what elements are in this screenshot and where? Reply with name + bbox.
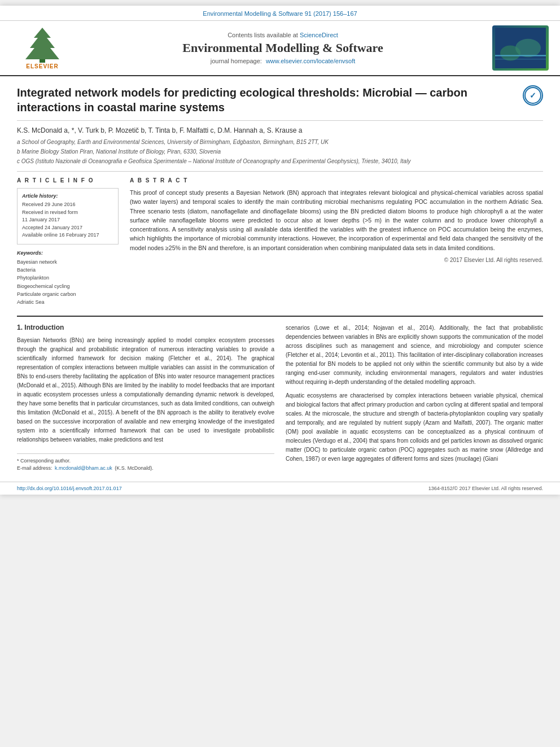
keyword-0: Bayesian network (17, 258, 119, 266)
article-info-abstract-section: A R T I C L E I N F O Article history: R… (17, 171, 543, 307)
abstract-header: A B S T R A C T (130, 177, 543, 184)
abstract-column: A B S T R A C T This proof of concept st… (130, 177, 543, 307)
keywords-title: Keywords: (17, 250, 119, 256)
history-item-1: Received in revised form (22, 209, 113, 217)
email-link[interactable]: k.mcdonald@bham.ac.uk (55, 465, 112, 471)
history-item-4: Available online 16 February 2017 (22, 231, 113, 239)
elsevier-wordmark: ELSEVIER (26, 63, 58, 69)
email-suffix: (K.S. McDonald). (115, 465, 154, 471)
article-info-header: A R T I C L E I N F O (17, 177, 119, 184)
intro-left-para-0: Bayesian Networks (BNs) are being increa… (17, 336, 274, 444)
intro-section-label: Introduction (24, 324, 64, 331)
keyword-4: Particulate organic carbon (17, 290, 119, 298)
introduction-section: 1. Introduction Bayesian Networks (BNs) … (17, 324, 543, 473)
intro-right-para-0: scenarios (Lowe et al., 2014; Nojavan et… (286, 324, 543, 387)
journal-reference-bar: Environmental Modelling & Software 91 (2… (0, 6, 560, 21)
homepage-label: journal homepage: (211, 58, 262, 64)
abstract-text: This proof of concept study presents a B… (130, 188, 543, 252)
article-title-section: Integrated network models for predicting… (17, 85, 543, 121)
article-content: Integrated network models for predicting… (0, 76, 560, 482)
journal-title-section: Contents lists available at ScienceDirec… (79, 32, 487, 64)
history-title: Article history: (22, 193, 113, 199)
elsevier-logo-section: ELSEVIER (11, 27, 73, 69)
history-item-0: Received 29 June 2016 (22, 201, 113, 209)
journal-header: ELSEVIER Contents lists available at Sci… (0, 21, 560, 76)
footnote-section: * Corresponding author. E-mail address: … (17, 453, 274, 473)
corresponding-author-label: * Corresponding author. (17, 457, 274, 465)
authors-line: K.S. McDonald a, *, V. Turk b, P. Mozeti… (17, 126, 543, 134)
keyword-1: Bacteria (17, 266, 119, 274)
intro-section-title: 1. Introduction (17, 324, 274, 331)
contents-available-line: Contents lists available at ScienceDirec… (79, 32, 487, 38)
intro-left-column: 1. Introduction Bayesian Networks (BNs) … (17, 324, 274, 473)
journal-reference-link[interactable]: Environmental Modelling & Software 91 (2… (203, 10, 357, 17)
sciencedirect-link[interactable]: ScienceDirect (300, 32, 338, 38)
keywords-section: Keywords: Bayesian network Bacteria Phyt… (17, 250, 119, 307)
intro-right-para-1: Aquatic ecosystems are characterised by … (286, 391, 543, 464)
affiliation-b: b Marine Biology Station Piran, National… (17, 147, 543, 156)
section-divider (17, 316, 543, 317)
crossmark-badge: ✓ (523, 85, 543, 106)
affiliation-c: c OGS (Istituto Nazionale di Oceanografi… (17, 157, 543, 165)
contents-text: Contents lists available at (228, 32, 298, 38)
email-label: E-mail address: (17, 465, 53, 471)
email-footnote: E-mail address: k.mcdonald@bham.ac.uk (K… (17, 465, 274, 473)
homepage-url[interactable]: www.elsevier.com/locate/envsoft (266, 58, 355, 64)
page-footer: http://dx.doi.org/10.1016/j.envsoft.2017… (0, 482, 560, 495)
svg-point-4 (515, 39, 541, 57)
article-history-box: Article history: Received 29 June 2016 R… (17, 188, 119, 244)
journal-title: Environmental Modelling & Software (79, 41, 487, 55)
svg-rect-1 (40, 59, 45, 63)
history-item-3: Accepted 24 January 2017 (22, 224, 113, 232)
svg-text:✓: ✓ (530, 91, 536, 100)
doi-link[interactable]: http://dx.doi.org/10.1016/j.envsoft.2017… (17, 486, 122, 491)
keyword-2: Phytoplankton (17, 274, 119, 282)
affiliations-section: a School of Geography, Earth and Environ… (17, 138, 543, 165)
affiliation-a: a School of Geography, Earth and Environ… (17, 138, 543, 146)
keyword-5: Adriatic Sea (17, 298, 119, 306)
article-title: Integrated network models for predicting… (17, 85, 517, 115)
journal-image-section (492, 25, 549, 71)
intro-section-number: 1. (17, 324, 23, 331)
copyright-line: © 2017 Elsevier Ltd. All rights reserved… (130, 257, 543, 263)
journal-cover-image (492, 25, 549, 71)
issn-text: 1364-8152/© 2017 Elsevier Ltd. All right… (428, 486, 543, 491)
svg-marker-0 (25, 28, 59, 59)
article-info-column: A R T I C L E I N F O Article history: R… (17, 177, 119, 307)
intro-right-column: scenarios (Lowe et al., 2014; Nojavan et… (286, 324, 543, 473)
keyword-3: Biogeochemical cycling (17, 282, 119, 290)
history-item-2: 11 January 2017 (22, 216, 113, 224)
elsevier-tree-icon (20, 27, 65, 63)
journal-homepage-line: journal homepage: www.elsevier.com/locat… (79, 58, 487, 64)
